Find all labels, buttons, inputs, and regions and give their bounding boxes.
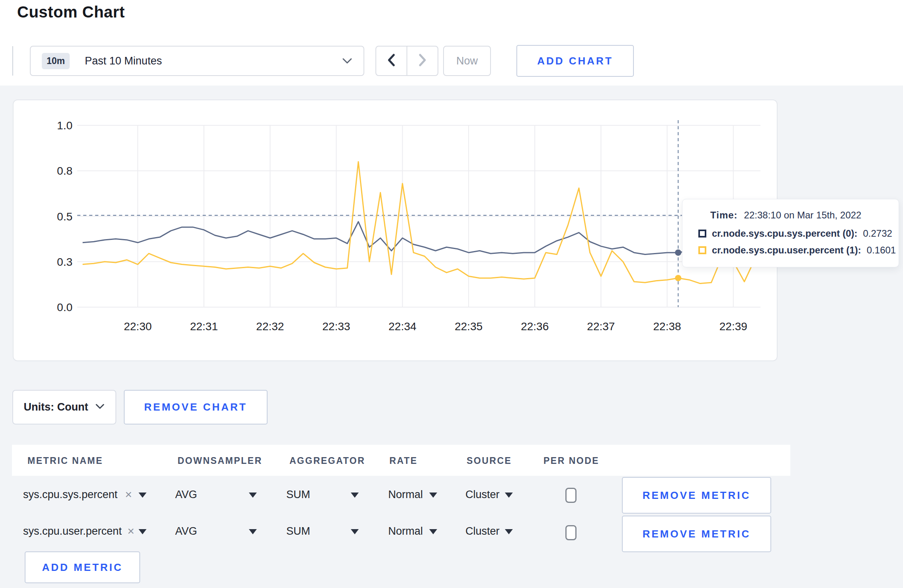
chevron-down-icon [342, 58, 352, 64]
col-header-per-node: PER NODE [543, 456, 599, 466]
per-node-checkbox[interactable] [565, 488, 577, 503]
chart-card: 0.00.30.50.81.022:3022:3122:3222:3322:34… [13, 99, 778, 361]
remove-metric-button[interactable]: REMOVE METRIC [622, 516, 771, 552]
x-axis-tick-label: 22:39 [719, 320, 747, 333]
toolbar-divider [12, 46, 13, 76]
metric-name-caret-icon[interactable] [139, 529, 147, 534]
now-button[interactable]: Now [443, 46, 491, 76]
time-back-button[interactable] [376, 47, 407, 75]
rate-caret-icon[interactable] [429, 529, 437, 534]
tooltip-series-name: cr.node.sys.cpu.sys.percent (0): [712, 228, 857, 239]
hover-point-dot [675, 249, 681, 256]
y-axis-tick-label: 0.3 [57, 256, 72, 268]
chart-tooltip: Time: 22:38:10 on Mar 15th, 2022 cr.node… [682, 199, 899, 267]
x-axis-tick-label: 22:30 [124, 320, 152, 333]
clear-metric-icon[interactable]: × [125, 489, 132, 500]
y-axis-tick-label: 0.0 [57, 301, 72, 313]
col-header-source: SOURCE [467, 456, 512, 466]
x-axis-tick-label: 22:36 [521, 320, 549, 333]
series-line [83, 222, 756, 255]
series-sys-swatch-icon [698, 230, 706, 238]
source-caret-icon[interactable] [505, 493, 513, 498]
per-node-checkbox[interactable] [565, 525, 577, 540]
downsampler-caret-icon[interactable] [249, 493, 257, 498]
time-nav-group [375, 46, 438, 76]
tooltip-time-label: Time: [710, 210, 738, 221]
col-header-downsampler: DOWNSAMPLER [178, 456, 262, 466]
add-metric-button[interactable]: ADD METRIC [25, 551, 140, 583]
remove-metric-button[interactable]: REMOVE METRIC [622, 477, 771, 514]
col-header-metric-name: METRIC NAME [27, 456, 103, 466]
tooltip-series-value: 0.1601 [867, 245, 896, 256]
page-title: Custom Chart [17, 3, 125, 21]
remove-chart-button[interactable]: REMOVE CHART [124, 390, 268, 424]
rate-select[interactable]: Normal [388, 489, 423, 501]
x-axis-tick-label: 22:31 [190, 320, 218, 333]
chevron-down-icon [95, 403, 105, 411]
clear-metric-icon[interactable]: × [127, 525, 135, 537]
x-axis-tick-label: 22:34 [389, 320, 416, 333]
time-forward-button[interactable] [407, 47, 438, 75]
time-window-dropdown[interactable]: 10m Past 10 Minutes [30, 46, 364, 76]
col-header-rate: RATE [389, 456, 418, 466]
aggregator-caret-icon[interactable] [351, 493, 359, 498]
units-dropdown[interactable]: Units: Count [12, 390, 116, 424]
metric-name-select[interactable]: sys.cpu.sys.percent [23, 489, 117, 501]
custom-chart-page: Custom Chart 10m Past 10 Minutes Now ADD… [0, 0, 903, 588]
aggregator-caret-icon[interactable] [351, 529, 359, 534]
series-user-swatch-icon [698, 246, 706, 254]
source-select[interactable]: Cluster [465, 489, 500, 501]
downsampler-select[interactable]: AVG [175, 489, 197, 501]
metric-name-select[interactable]: sys.cpu.user.percent [23, 525, 122, 537]
col-header-aggregator: AGGREGATOR [289, 456, 365, 466]
x-axis-tick-label: 22:32 [256, 320, 284, 333]
aggregator-select[interactable]: SUM [286, 525, 310, 537]
metric-name-caret-icon[interactable] [139, 493, 147, 498]
source-caret-icon[interactable] [505, 529, 513, 534]
rate-caret-icon[interactable] [429, 493, 437, 498]
series-line [83, 162, 756, 283]
hover-point-dot [675, 275, 681, 281]
time-window-label: Past 10 Minutes [85, 55, 162, 67]
aggregator-select[interactable]: SUM [286, 489, 310, 501]
source-select[interactable]: Cluster [465, 525, 500, 537]
tooltip-series-name: cr.node.sys.cpu.user.percent (1): [712, 245, 861, 256]
downsampler-select[interactable]: AVG [175, 525, 197, 537]
units-label: Units: Count [24, 401, 88, 413]
tooltip-time-value: 22:38:10 on Mar 15th, 2022 [744, 210, 862, 221]
x-axis-tick-label: 22:33 [322, 320, 350, 333]
add-chart-button[interactable]: ADD CHART [516, 45, 634, 77]
tooltip-series-value: 0.2732 [863, 228, 892, 239]
y-axis-tick-label: 1.0 [57, 119, 72, 132]
x-axis-tick-label: 22:38 [653, 320, 681, 333]
chevron-left-icon [387, 53, 396, 68]
downsampler-caret-icon[interactable] [249, 529, 257, 534]
y-axis-tick-label: 0.5 [57, 210, 72, 223]
y-axis-tick-label: 0.8 [57, 165, 72, 177]
chevron-right-icon [418, 53, 427, 68]
rate-select[interactable]: Normal [388, 525, 423, 537]
timeseries-chart[interactable]: 0.00.30.50.81.022:3022:3122:3222:3322:34… [14, 100, 778, 362]
x-axis-tick-label: 22:37 [587, 320, 615, 333]
x-axis-tick-label: 22:35 [455, 320, 483, 333]
time-window-badge: 10m [42, 53, 70, 69]
